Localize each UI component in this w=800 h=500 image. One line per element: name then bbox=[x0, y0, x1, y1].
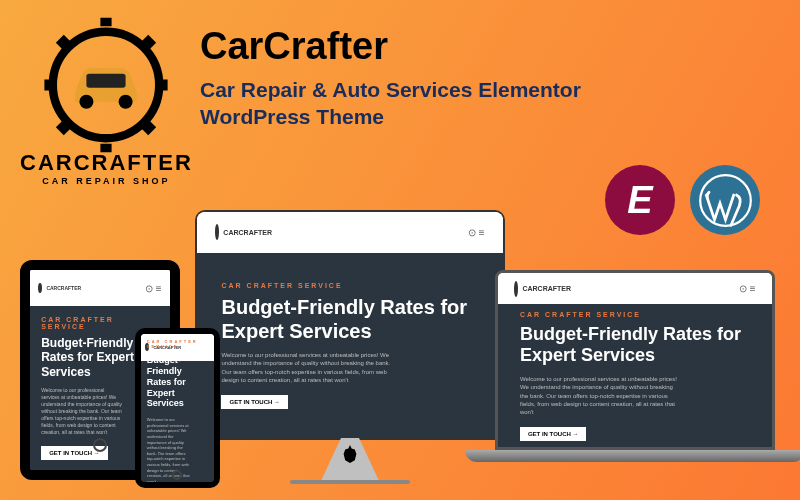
hero-desc: Welcome to our professional services at … bbox=[221, 351, 401, 385]
nav-icons: ⊙ ≡ bbox=[145, 283, 162, 294]
monitor-base bbox=[290, 480, 410, 484]
wordpress-badge bbox=[690, 165, 760, 235]
main-title: CarCrafter bbox=[200, 25, 680, 68]
laptop-mockup: CARCRAFTER ⊙ ≡ CAR CRAFTER SERVICE Budge… bbox=[495, 270, 775, 450]
nav-logo-text: CARCRAFTER bbox=[46, 285, 81, 291]
phone-hero: CAR CRAFTER SERVICE Budget-Friendly Rate… bbox=[141, 361, 214, 482]
hero-title: Budget-Friendly Rates for Expert Service… bbox=[147, 355, 208, 409]
hero-desc: Welcome to our professional services at … bbox=[520, 375, 681, 417]
nav-logo-text: CARCRAFTER bbox=[522, 285, 571, 292]
title-area: CarCrafter Car Repair & Auto Services El… bbox=[200, 25, 680, 131]
platform-badges: E bbox=[605, 165, 760, 235]
phone-mockup: CARCRAFTER CAR CRAFTER SERVICE Budget-Fr… bbox=[135, 328, 220, 488]
nav-logo-text: CARCRAFTER bbox=[223, 229, 272, 236]
elementor-badge: E bbox=[605, 165, 675, 235]
desktop-hero: CAR CRAFTER SERVICE Budget-Friendly Rate… bbox=[197, 253, 503, 438]
subtitle: Car Repair & Auto Services Elementor Wor… bbox=[200, 76, 680, 131]
nav-logo: CARCRAFTER bbox=[38, 277, 60, 299]
desktop-mockup: CARCRAFTER ⊙ ≡ CAR CRAFTER SERVICE Budge… bbox=[195, 210, 505, 440]
phone-screen: CARCRAFTER CAR CRAFTER SERVICE Budget-Fr… bbox=[141, 334, 214, 482]
hero-title: Budget-Friendly Rates for Expert Service… bbox=[221, 295, 478, 343]
brand-tagline: CAR REPAIR SHOP bbox=[42, 176, 170, 186]
laptop-screen: CARCRAFTER ⊙ ≡ CAR CRAFTER SERVICE Budge… bbox=[498, 273, 772, 447]
nav-logo: CARCRAFTER bbox=[514, 279, 557, 298]
tablet-nav: CARCRAFTER ⊙ ≡ bbox=[30, 270, 170, 306]
hero-kicker: CAR CRAFTER SERVICE bbox=[221, 282, 478, 289]
nav-logo: CARCRAFTER bbox=[215, 220, 263, 244]
hero-desc: Welcome to our professional services at … bbox=[147, 417, 190, 482]
cta-button[interactable]: GET IN TOUCH → bbox=[221, 395, 288, 409]
svg-point-1 bbox=[80, 95, 94, 109]
hero-kicker: CAR CRAFTER SERVICE bbox=[147, 339, 208, 349]
gear-car-logo bbox=[36, 15, 176, 155]
svg-rect-3 bbox=[87, 74, 126, 88]
phone-home-button bbox=[172, 470, 182, 480]
hero-title: Budget-Friendly Rates for Expert Service… bbox=[520, 324, 750, 367]
desktop-screen: CARCRAFTER ⊙ ≡ CAR CRAFTER SERVICE Budge… bbox=[197, 212, 503, 438]
nav-logo-icon bbox=[215, 224, 219, 240]
nav-logo-icon bbox=[38, 283, 42, 293]
hero-desc: Welcome to our professional services at … bbox=[41, 387, 123, 436]
desktop-nav: CARCRAFTER ⊙ ≡ bbox=[197, 212, 503, 253]
svg-point-2 bbox=[119, 95, 133, 109]
tablet-home-button bbox=[93, 438, 107, 452]
cta-button[interactable]: GET IN TOUCH → bbox=[520, 427, 587, 441]
laptop-hero: CAR CRAFTER SERVICE Budget-Friendly Rate… bbox=[498, 304, 772, 447]
laptop-nav: CARCRAFTER ⊙ ≡ bbox=[498, 273, 772, 304]
laptop-base bbox=[465, 450, 800, 462]
nav-logo-icon bbox=[514, 281, 518, 297]
nav-icons: ⊙ ≡ bbox=[468, 227, 485, 238]
brand-logo-area: CARCRAFTER CAR REPAIR SHOP bbox=[20, 15, 193, 186]
wordpress-icon bbox=[698, 173, 753, 228]
hero-kicker: CAR CRAFTER SERVICE bbox=[520, 311, 750, 318]
elementor-icon: E bbox=[627, 179, 652, 222]
nav-icons: ⊙ ≡ bbox=[739, 283, 756, 294]
